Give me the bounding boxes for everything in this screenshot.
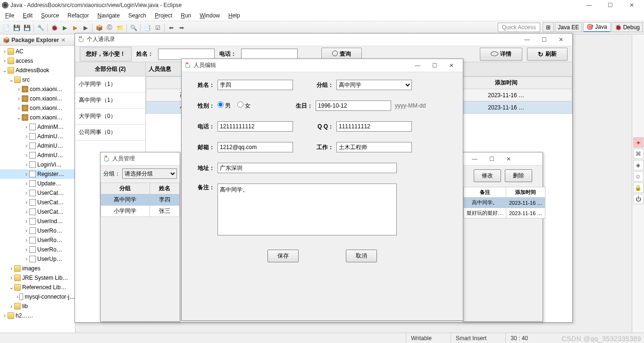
close-button[interactable]: ✕ [500,153,517,165]
perspective-javaee[interactable]: Java EE [555,22,583,32]
power-icon[interactable]: ⏻ [633,194,644,204]
perspective-java[interactable]: 🎯Java [583,22,610,32]
tree-node[interactable]: ⌄AddressBook [0,66,75,75]
person-icon[interactable]: ☺ [633,171,644,182]
close-button[interactable]: ✕ [443,60,460,71]
minimize-button[interactable]: — [466,153,483,165]
group-item[interactable]: 大学同学（0） [75,109,145,125]
addr-input[interactable] [217,163,397,173]
package-explorer-tab[interactable]: 📦 Package Explorer✕ [0,34,75,46]
tree-node[interactable]: ›h2…… [0,311,75,320]
maximize-button[interactable]: ☐ [535,34,552,45]
lock-icon[interactable]: 🔒 [633,183,644,193]
forward-icon[interactable]: ➡ [177,23,186,33]
save-icon[interactable]: 💾 [12,23,21,33]
tree-node[interactable]: ›mysql-connector-j… [0,292,75,301]
sex-male-radio[interactable]: 男 [217,101,231,110]
tree-node[interactable]: ⌄Referenced Lib… [0,283,75,292]
debug-icon[interactable]: 🐞 [50,23,59,33]
tool-icon[interactable]: 🔧 [36,23,45,33]
name-input[interactable] [217,80,293,90]
remark-input[interactable] [217,184,397,235]
run-icon[interactable]: ▶ [60,23,69,33]
sex-female-radio[interactable]: 女 [237,101,251,110]
qq-input[interactable] [336,121,412,132]
tree-node[interactable]: ›UserUp… [0,254,75,264]
link-icon[interactable]: ⌘ [633,149,644,159]
birth-input[interactable] [316,100,391,111]
menu-run[interactable]: Run [176,11,195,20]
tree-node[interactable]: ›Update… [0,179,75,188]
search-tool-icon[interactable]: 🔍 [129,23,138,33]
menu-navigate[interactable]: Navigate [93,11,124,20]
tree-node[interactable]: ›AC [0,47,75,56]
newclass-icon[interactable]: Ⓒ [105,23,114,33]
group-select[interactable]: 高中同学 [336,80,412,90]
tree-node[interactable]: ›UserRo… [0,245,75,254]
minimize-button[interactable]: — [409,60,426,71]
modify-button[interactable]: 修改 [474,169,501,182]
tree-node[interactable]: ›UserCat… [0,198,75,207]
group-item[interactable]: 小学同学（1） [75,76,145,92]
tree-node[interactable]: ⌄src [0,75,75,84]
back-icon[interactable]: ⬅ [167,23,176,33]
tree-node[interactable]: ›access [0,56,75,66]
tree-node[interactable]: ›UserRo… [0,235,75,245]
group-item[interactable]: 高中同学（1） [75,92,145,109]
job-input[interactable] [336,142,412,152]
add-button[interactable]: ＋ [633,137,644,148]
table-row[interactable]: 挺好玩的挺好…2023-11-16 … [464,208,545,218]
person-mgmt-table[interactable]: 分组姓名 高中同学李四小学同学张三 [100,183,180,217]
package-tree[interactable]: ›AC›access⌄AddressBook⌄src›com.xiaoni…›c… [0,46,75,333]
tree-node[interactable]: ›AdminU… [0,141,75,151]
minimize-button[interactable]: — [578,0,600,10]
menu-file[interactable]: File [1,11,18,20]
tree-node[interactable]: ›JRE System Lib… [0,273,75,283]
name-input[interactable] [158,49,215,60]
modify-table[interactable]: 备注添加时间 高中同学。2023-11-16 …挺好玩的挺好…2023-11-1… [463,187,545,218]
tree-node[interactable]: ›UserInd… [0,217,75,226]
close-icon[interactable]: ✕ [61,37,66,43]
phone-input[interactable] [241,49,298,60]
tree-node[interactable]: ›LoginVi… [0,160,75,169]
runext-icon[interactable]: ▶ [70,23,80,33]
perspective-open[interactable]: ⊞ [543,22,554,32]
table-row[interactable]: 高中同学李四 [101,194,180,206]
tree-node[interactable]: ›com.xiaoni… [0,103,75,113]
tree-node[interactable]: ›AdminM… [0,122,75,132]
menu-source[interactable]: Source [37,11,63,20]
detail-button[interactable]: 详情 [480,48,522,61]
task-icon[interactable]: ☑ [153,23,162,33]
maximize-button[interactable]: ☐ [600,0,621,10]
menu-refactor[interactable]: Refactor [63,11,93,20]
tree-node[interactable]: ›AdminU… [0,132,75,141]
menu-window[interactable]: Window [195,11,224,20]
menu-search[interactable]: Search [124,11,151,20]
tree-node[interactable]: ›com.xiaoni… [0,84,75,94]
close-button[interactable]: ✕ [621,0,642,10]
hierarchy-icon[interactable]: ◈ [633,160,644,170]
table-row[interactable]: 高中同学。2023-11-16 … [464,198,545,208]
save-button[interactable]: 保存 [268,250,299,262]
tree-node[interactable]: ›lib [0,301,75,311]
quick-access[interactable]: Quick Access [498,23,540,32]
minimize-button[interactable]: — [519,34,535,45]
tree-node[interactable]: ›UserCat… [0,207,75,217]
tree-node[interactable]: ›com.xiaoni… [0,94,75,103]
delete-button[interactable]: 删除 [505,169,532,182]
menu-help[interactable]: Help [224,11,244,20]
cancel-button[interactable]: 取消 [346,250,377,262]
tree-node[interactable]: ›UserCat… [0,188,75,198]
maximize-button[interactable]: ☐ [426,60,443,71]
tree-node[interactable]: ›AdminU… [0,151,75,160]
tree-node[interactable]: ›UserRo… [0,226,75,235]
menu-edit[interactable]: Edit [18,11,37,20]
saveall-icon[interactable]: 💾 [22,23,32,33]
close-button[interactable]: ✕ [552,34,569,45]
group-select[interactable]: 请选择分组 [122,168,177,179]
coverage-icon[interactable]: ▶ [81,23,90,33]
tree-node[interactable]: ›Register… [0,169,75,179]
maximize-button[interactable]: ☐ [483,153,500,165]
table-row[interactable]: 小学同学张三 [101,206,180,217]
phone-input[interactable] [217,121,293,132]
